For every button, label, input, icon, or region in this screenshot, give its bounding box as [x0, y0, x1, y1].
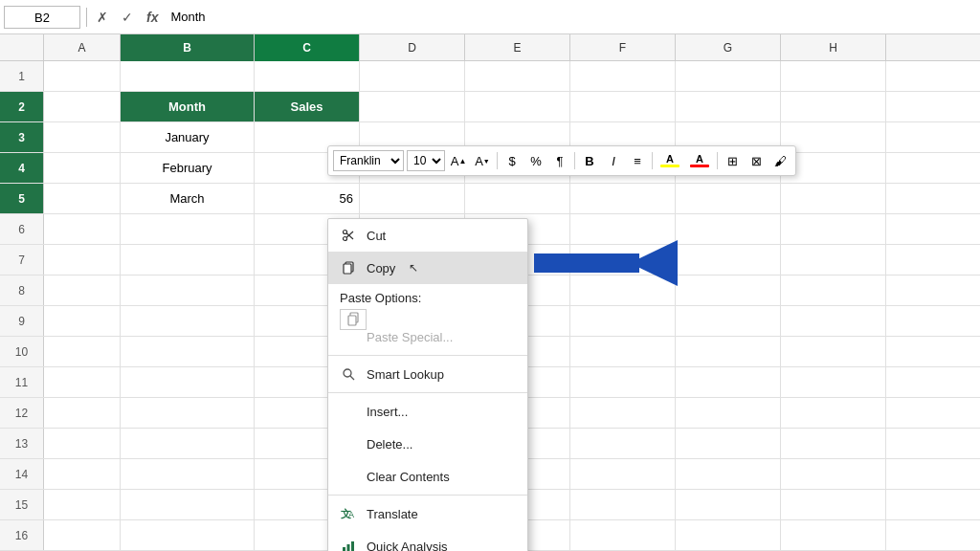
cell-f16[interactable]	[570, 520, 676, 550]
cell-a9[interactable]	[44, 306, 121, 336]
cell-g2[interactable]	[676, 92, 781, 121]
cell-b13[interactable]	[121, 429, 255, 458]
copy-menu-item[interactable]: Copy ↖	[328, 252, 527, 284]
cell-b8[interactable]	[121, 276, 255, 305]
font-decrease-button[interactable]: A▼	[472, 150, 493, 171]
cell-a12[interactable]	[44, 398, 121, 428]
cell-h12[interactable]	[781, 398, 886, 428]
cell-f15[interactable]	[570, 490, 676, 519]
cell-b4[interactable]: February	[121, 153, 255, 183]
font-increase-button[interactable]: A▲	[448, 150, 469, 171]
font-family-select[interactable]: Franklin	[333, 150, 404, 171]
percent-button[interactable]: %	[525, 150, 546, 171]
formula-input[interactable]	[166, 6, 976, 29]
col-header-d[interactable]: D	[360, 34, 465, 61]
dollar-sign-button[interactable]: $	[501, 150, 523, 171]
confirm-icon[interactable]: ✓	[118, 8, 137, 27]
cell-d1[interactable]	[360, 61, 465, 91]
cell-h14[interactable]	[781, 459, 886, 489]
cell-g7[interactable]	[676, 245, 781, 275]
cell-f10[interactable]	[570, 337, 676, 366]
bold-button[interactable]: B	[579, 150, 600, 171]
cell-g13[interactable]	[676, 429, 781, 458]
cell-b10[interactable]	[121, 337, 255, 366]
cell-h16[interactable]	[781, 520, 886, 550]
col-header-c[interactable]: C	[255, 34, 360, 61]
quick-analysis-menu-item[interactable]: Quick Analysis	[328, 530, 527, 551]
cell-g14[interactable]	[676, 459, 781, 489]
highlight-color-button[interactable]: A	[657, 150, 683, 171]
cell-a3[interactable]	[44, 122, 121, 152]
cell-g12[interactable]	[676, 398, 781, 428]
cell-a15[interactable]	[44, 490, 121, 519]
cell-b14[interactable]	[121, 459, 255, 489]
cell-a5[interactable]	[44, 184, 121, 213]
fx-icon[interactable]: fx	[143, 8, 162, 27]
cell-b9[interactable]	[121, 306, 255, 336]
cell-a1[interactable]	[44, 61, 121, 91]
align-button[interactable]: ≡	[627, 150, 648, 171]
cell-c5[interactable]: 56	[255, 184, 360, 213]
cell-b6[interactable]	[121, 214, 255, 244]
cell-b15[interactable]	[121, 490, 255, 519]
cell-h2[interactable]	[781, 92, 886, 121]
cell-g8[interactable]	[676, 276, 781, 305]
cell-h9[interactable]	[781, 306, 886, 336]
cell-b12[interactable]	[121, 398, 255, 428]
cell-f12[interactable]	[570, 398, 676, 428]
cell-a6[interactable]	[44, 214, 121, 244]
cell-e5[interactable]	[465, 184, 570, 213]
clear-contents-menu-item[interactable]: Clear Contents	[328, 460, 527, 493]
cell-b5[interactable]: March	[121, 184, 255, 213]
cell-a2[interactable]	[44, 92, 121, 121]
cell-a10[interactable]	[44, 337, 121, 366]
cell-b16[interactable]	[121, 520, 255, 550]
cell-h5[interactable]	[781, 184, 886, 213]
paste-icon-1[interactable]	[340, 309, 367, 330]
cell-d2[interactable]	[360, 92, 465, 121]
cell-e1[interactable]	[465, 61, 570, 91]
cell-b3[interactable]: January	[121, 122, 255, 152]
cell-reference-box[interactable]: B2	[4, 6, 80, 29]
cell-a7[interactable]	[44, 245, 121, 275]
cell-g16[interactable]	[676, 520, 781, 550]
col-header-f[interactable]: F	[570, 34, 676, 61]
cell-h6[interactable]	[781, 214, 886, 244]
paste-options-menu-item[interactable]: Paste Options:	[328, 284, 527, 320]
col-header-a[interactable]: A	[44, 34, 121, 61]
translate-menu-item[interactable]: 文 A Translate	[328, 497, 527, 530]
cell-b7[interactable]	[121, 245, 255, 275]
col-header-b[interactable]: B	[121, 34, 255, 61]
cell-g15[interactable]	[676, 490, 781, 519]
cell-f11[interactable]	[570, 367, 676, 397]
comma-button[interactable]: ¶	[549, 150, 570, 171]
col-header-h[interactable]: H	[781, 34, 886, 61]
col-header-g[interactable]: G	[676, 34, 781, 61]
cell-g5[interactable]	[676, 184, 781, 213]
smart-lookup-menu-item[interactable]: Smart Lookup	[328, 358, 527, 390]
cell-c1[interactable]	[255, 61, 360, 91]
col-header-e[interactable]: E	[465, 34, 570, 61]
cut-menu-item[interactable]: Cut	[328, 219, 527, 252]
cell-h13[interactable]	[781, 429, 886, 458]
cell-f5[interactable]	[570, 184, 676, 213]
cell-f13[interactable]	[570, 429, 676, 458]
cell-f2[interactable]	[570, 92, 676, 121]
cell-h3[interactable]	[781, 122, 886, 152]
merge-button[interactable]: ⊠	[746, 150, 767, 171]
cell-b2[interactable]: Month	[121, 92, 255, 121]
cell-c2[interactable]: Sales	[255, 92, 360, 121]
cell-g6[interactable]	[676, 214, 781, 244]
font-size-select[interactable]: 10	[407, 150, 445, 171]
borders-button[interactable]: ⊞	[722, 150, 743, 171]
cell-a13[interactable]	[44, 429, 121, 458]
insert-menu-item[interactable]: Insert...	[328, 395, 527, 428]
cell-g11[interactable]	[676, 367, 781, 397]
cancel-icon[interactable]: ✗	[93, 8, 112, 27]
cell-b11[interactable]	[121, 367, 255, 397]
cell-g1[interactable]	[676, 61, 781, 91]
cell-g9[interactable]	[676, 306, 781, 336]
cell-f9[interactable]	[570, 306, 676, 336]
cell-a14[interactable]	[44, 459, 121, 489]
cell-b1[interactable]	[121, 61, 255, 91]
